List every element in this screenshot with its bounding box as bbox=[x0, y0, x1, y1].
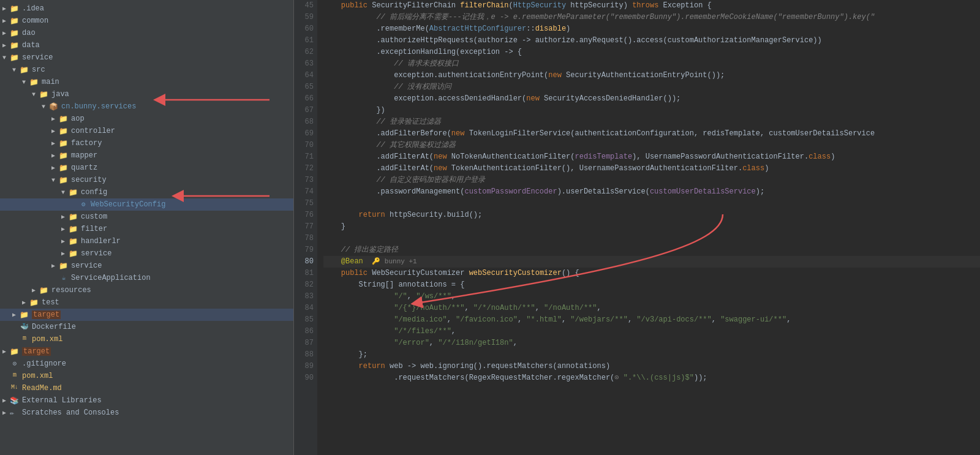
code-token: customUserDetailsService bbox=[650, 186, 756, 198]
ln-78: 78 bbox=[294, 233, 314, 244]
tree-item-service[interactable]: ▼ 📁 service bbox=[0, 51, 293, 64]
collapse-arrow: ▶ bbox=[51, 140, 59, 147]
code-token bbox=[323, 337, 394, 349]
code-token: httpSecurity.build(); bbox=[385, 209, 482, 221]
item-label: Scratches and Consoles bbox=[22, 408, 119, 417]
code-token: NoTokenAuthenticationFilter( bbox=[447, 151, 575, 163]
tree-item-service-security[interactable]: ▶ 📁 service bbox=[0, 247, 293, 260]
code-token bbox=[323, 361, 359, 372]
folder-icon: 📁 bbox=[59, 115, 69, 123]
code-token: "/favicon.ico" bbox=[456, 314, 518, 326]
code-token: ".*\\.(css|js)$" bbox=[624, 372, 694, 384]
tree-item-data[interactable]: ▶ 📁 data bbox=[0, 39, 293, 51]
collapse-arrow: ▶ bbox=[61, 213, 69, 220]
item-label: ReadMe.md bbox=[22, 384, 62, 393]
code-token: // 排出鉴定路径 bbox=[323, 244, 398, 256]
item-label: main bbox=[42, 78, 59, 86]
code-line-86: "/*/files/**" , bbox=[323, 326, 980, 337]
code-line-60: .rememberMe( AbstractHttpConfigurer :: d… bbox=[323, 23, 980, 35]
tree-item-pom-service[interactable]: m pom.xml bbox=[0, 333, 293, 345]
tree-item-target[interactable]: ▶ 📁 target bbox=[0, 309, 293, 321]
tree-item-test[interactable]: ▶ 📁 test bbox=[0, 296, 293, 309]
ln-64: 64 bbox=[294, 70, 314, 81]
tree-item-resources[interactable]: ▶ 📁 resources bbox=[0, 284, 293, 296]
collapse-arrow: ▶ bbox=[32, 287, 39, 294]
tree-item-controller[interactable]: ▶ 📁 controller bbox=[0, 125, 293, 137]
tree-item-target-root[interactable]: ▶ 📁 target bbox=[0, 345, 293, 358]
tree-item-java[interactable]: ▼ 📁 java bbox=[0, 88, 293, 100]
tree-item-filter[interactable]: ▶ 📁 filter bbox=[0, 223, 293, 235]
collapse-arrow: ▶ bbox=[2, 17, 10, 24]
item-label: WebSecurityConfig bbox=[91, 200, 165, 209]
code-token bbox=[619, 372, 624, 384]
folder-icon: 📁 bbox=[69, 237, 78, 246]
tree-item-websecurityconfig[interactable]: ⚙ WebSecurityConfig bbox=[0, 198, 293, 211]
tree-item-mapper[interactable]: ▶ 📁 mapper bbox=[0, 149, 293, 162]
tree-item-external-libs[interactable]: ▶ 📚 External Libraries bbox=[0, 394, 293, 407]
collapse-arrow: ▶ bbox=[51, 164, 59, 171]
code-line-61: .authorizeHttpRequests(authorize -> auth… bbox=[323, 35, 980, 47]
code-token: , bbox=[513, 337, 518, 349]
folder-icon: 📁 bbox=[59, 164, 69, 172]
tree-item-main[interactable]: ▼ 📁 main bbox=[0, 76, 293, 88]
code-token bbox=[323, 198, 328, 209]
code-token: // 自定义密码加密器和用户登录 bbox=[323, 175, 485, 186]
code-line-89: return web -> web.ignoring().requestMatc… bbox=[323, 361, 980, 372]
code-line-90: .requestMatchers(RegexRequestMatcher.reg… bbox=[323, 372, 980, 384]
ln-62: 62 bbox=[294, 47, 314, 58]
code-token: , bbox=[518, 314, 526, 326]
tree-item-idea[interactable]: ▶ 📁 .idea bbox=[0, 2, 293, 15]
tree-item-dockerfile[interactable]: 🐳 Dockerfile bbox=[0, 321, 293, 333]
tree-item-security[interactable]: ▼ 📁 security bbox=[0, 174, 293, 186]
collapse-arrow: ▶ bbox=[51, 152, 59, 159]
tree-item-aop[interactable]: ▶ 📁 aop bbox=[0, 113, 293, 125]
folder-icon: 📁 bbox=[29, 78, 39, 86]
ln-81: 81 bbox=[294, 268, 314, 279]
code-token: } bbox=[323, 221, 345, 233]
tree-item-dao[interactable]: ▶ 📁 dao bbox=[0, 27, 293, 39]
tree-item-readme[interactable]: M↓ ReadMe.md bbox=[0, 382, 293, 394]
item-label: controller bbox=[71, 127, 115, 135]
code-token: new bbox=[526, 93, 540, 105]
ln-89: 89 bbox=[294, 361, 314, 372]
file-tree[interactable]: ▶ 📁 .idea ▶ 📁 common ▶ 📁 dao ▶ 📁 data ▼ … bbox=[0, 0, 294, 455]
code-line-85: "/media.ico" , "/favicon.ico" , "*.html"… bbox=[323, 314, 980, 326]
ln-74: 74 bbox=[294, 186, 314, 198]
tree-item-scratches[interactable]: ▶ ✏ Scratches and Consoles bbox=[0, 407, 293, 419]
item-label: quartz bbox=[71, 164, 97, 172]
folder-icon: 📁 bbox=[69, 188, 78, 197]
tree-item-handlerr[interactable]: ▶ 📁 handlerlr bbox=[0, 235, 293, 247]
line-numbers: 45 59 60 61 62 63 64 65 66 67 68 69 70 7… bbox=[294, 0, 317, 455]
tree-item-gitignore[interactable]: ⊙ .gitignore bbox=[0, 358, 293, 370]
code-token: redisTemplate bbox=[575, 151, 632, 163]
item-label: .idea bbox=[22, 4, 44, 13]
folder-icon: 📁 bbox=[59, 261, 69, 270]
code-line-67: }) bbox=[323, 105, 980, 116]
tree-item-config[interactable]: ▼ 📁 config bbox=[0, 186, 293, 198]
tree-item-custom[interactable]: ▶ 📁 custom bbox=[0, 211, 293, 223]
tree-item-service2[interactable]: ▶ 📁 service bbox=[0, 260, 293, 272]
code-area[interactable]: public SecurityFilterChain filterChain (… bbox=[317, 0, 980, 455]
item-label: test bbox=[42, 298, 59, 307]
folder-icon: 📁 bbox=[69, 249, 78, 258]
code-token: customAuthorizationManagerService bbox=[668, 35, 813, 47]
tree-item-serviceapplication[interactable]: ☕ ServiceApplication bbox=[0, 272, 293, 284]
tree-item-src[interactable]: ▼ 📁 src bbox=[0, 64, 293, 76]
tree-item-quartz[interactable]: ▶ 📁 quartz bbox=[0, 162, 293, 174]
ln-71: 71 bbox=[294, 151, 314, 163]
code-token: .exceptionHandling(exception -> { bbox=[323, 47, 522, 58]
tree-item-common[interactable]: ▶ 📁 common bbox=[0, 15, 293, 27]
item-label: security bbox=[71, 176, 107, 184]
code-token: public bbox=[341, 0, 368, 12]
tree-item-cn-bunny-services[interactable]: ▼ 📦 cn.bunny.services bbox=[0, 100, 293, 113]
code-token: customPasswordEncoder bbox=[464, 186, 557, 198]
tree-item-pom-root[interactable]: m pom.xml bbox=[0, 370, 293, 382]
scratches-icon: ✏ bbox=[10, 408, 20, 417]
code-token: , bbox=[451, 326, 456, 337]
item-label: handlerlr bbox=[81, 237, 121, 246]
code-token: .addFilterAt( bbox=[323, 151, 434, 163]
md-icon: M↓ bbox=[10, 384, 20, 393]
item-label: service bbox=[22, 53, 53, 62]
ln-70: 70 bbox=[294, 140, 314, 151]
tree-item-factory[interactable]: ▶ 📁 factory bbox=[0, 137, 293, 149]
